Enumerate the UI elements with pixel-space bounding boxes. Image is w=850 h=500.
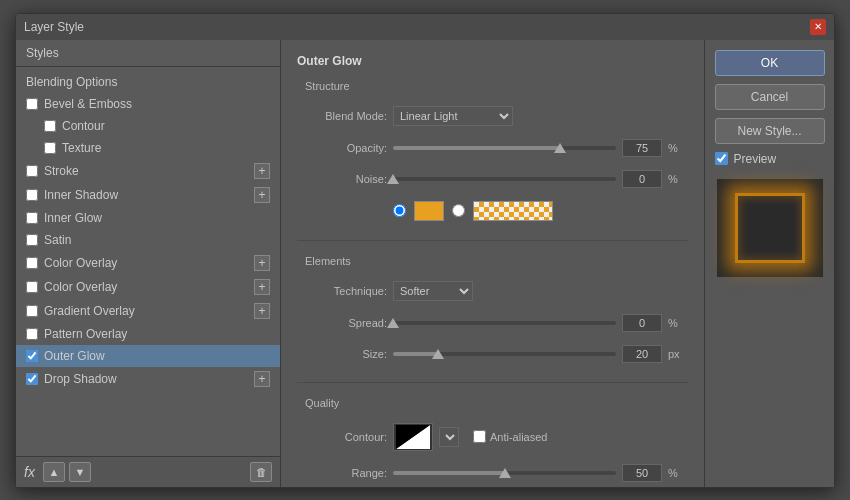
layer-list: Blending Options Bevel & Emboss Contour … [16,67,280,456]
sidebar-item-gradient-overlay[interactable]: Gradient Overlay + [16,299,280,323]
sidebar-item-satin[interactable]: Satin [16,229,280,251]
sidebar-item-color-overlay-2[interactable]: Color Overlay + [16,275,280,299]
texture-checkbox[interactable] [44,142,56,154]
noise-value-input[interactable] [622,170,662,188]
color-overlay-2-checkbox[interactable] [26,281,38,293]
bevel-emboss-checkbox[interactable] [26,98,38,110]
move-down-button[interactable]: ▼ [69,462,91,482]
sidebar-item-pattern-overlay[interactable]: Pattern Overlay [16,323,280,345]
sidebar-item-outer-glow[interactable]: Outer Glow [16,345,280,367]
opacity-value-input[interactable] [622,139,662,157]
spread-slider-thumb[interactable] [387,318,399,328]
anti-aliased-checkbox[interactable] [473,430,486,443]
noise-slider-container [393,172,616,186]
quality-title: Quality [305,397,688,409]
noise-slider-thumb[interactable] [387,174,399,184]
outer-glow-label: Outer Glow [44,349,270,363]
preview-checkbox-label[interactable]: Preview [715,152,825,166]
contour-preview[interactable] [393,423,433,451]
layer-style-dialog: Layer Style ✕ Styles Blending Options Be… [15,13,835,488]
solid-color-swatch[interactable] [414,201,444,221]
ok-button[interactable]: OK [715,50,825,76]
blending-options-label: Blending Options [26,75,270,89]
spread-label: Spread: [297,317,387,329]
contour-checkbox[interactable] [44,120,56,132]
color-overlay-2-label: Color Overlay [44,280,250,294]
dialog-title: Layer Style [24,20,84,34]
anti-aliased-label[interactable]: Anti-aliased [473,430,547,443]
gradient-overlay-add-button[interactable]: + [254,303,270,319]
spread-row: Spread: % [297,314,688,332]
preview-box [716,178,824,278]
range-slider-container [393,466,616,480]
technique-row: Technique: Softer Precise [297,281,688,301]
gradient-color-swatch[interactable] [473,201,553,221]
drop-shadow-checkbox[interactable] [26,373,38,385]
blend-mode-row: Blend Mode: Linear Light Normal Screen O… [297,106,688,126]
stroke-label: Stroke [44,164,250,178]
inner-glow-checkbox[interactable] [26,212,38,224]
color-overlay-1-checkbox[interactable] [26,257,38,269]
contour-select[interactable] [439,427,459,447]
sidebar-item-drop-shadow[interactable]: Drop Shadow + [16,367,280,391]
sidebar-item-bevel-emboss[interactable]: Bevel & Emboss [16,93,280,115]
gradient-overlay-checkbox[interactable] [26,305,38,317]
range-slider-thumb[interactable] [499,468,511,478]
outer-glow-checkbox[interactable] [26,350,38,362]
opacity-unit: % [668,142,688,154]
sidebar-item-inner-glow[interactable]: Inner Glow [16,207,280,229]
color-overlay-1-label: Color Overlay [44,256,250,270]
spread-slider-container [393,316,616,330]
dialog-body: Styles Blending Options Bevel & Emboss C… [16,40,834,487]
blend-mode-label: Blend Mode: [297,110,387,122]
inner-glow-label: Inner Glow [44,211,270,225]
new-style-button[interactable]: New Style... [715,118,825,144]
sidebar-item-contour[interactable]: Contour [16,115,280,137]
blend-mode-select[interactable]: Linear Light Normal Screen Overlay [393,106,513,126]
title-bar: Layer Style ✕ [16,14,834,40]
delete-button[interactable]: 🗑 [250,462,272,482]
pattern-overlay-checkbox[interactable] [26,328,38,340]
solid-color-radio[interactable] [393,204,406,217]
drop-shadow-add-button[interactable]: + [254,371,270,387]
spread-value-input[interactable] [622,314,662,332]
opacity-label: Opacity: [297,142,387,154]
stroke-checkbox[interactable] [26,165,38,177]
satin-checkbox[interactable] [26,234,38,246]
inner-shadow-add-button[interactable]: + [254,187,270,203]
sidebar-item-texture[interactable]: Texture [16,137,280,159]
color-swatch-row [297,201,688,221]
close-button[interactable]: ✕ [810,19,826,35]
sidebar-item-inner-shadow[interactable]: Inner Shadow + [16,183,280,207]
anti-aliased-text: Anti-aliased [490,431,547,443]
range-value-input[interactable] [622,464,662,482]
inner-shadow-checkbox[interactable] [26,189,38,201]
opacity-slider-thumb[interactable] [554,143,566,153]
size-row: Size: px [297,345,688,363]
sidebar-item-blending-options[interactable]: Blending Options [16,71,280,93]
size-value-input[interactable] [622,345,662,363]
color-overlay-1-add-button[interactable]: + [254,255,270,271]
stroke-add-button[interactable]: + [254,163,270,179]
opacity-row: Opacity: % [297,139,688,157]
size-slider-thumb[interactable] [432,349,444,359]
gradient-color-radio[interactable] [452,204,465,217]
preview-checkbox[interactable] [715,152,728,165]
cancel-button[interactable]: Cancel [715,84,825,110]
color-overlay-2-add-button[interactable]: + [254,279,270,295]
gradient-overlay-label: Gradient Overlay [44,304,250,318]
move-up-button[interactable]: ▲ [43,462,65,482]
preview-label: Preview [734,152,777,166]
sidebar-item-color-overlay-1[interactable]: Color Overlay + [16,251,280,275]
technique-select[interactable]: Softer Precise [393,281,473,301]
size-slider-track [393,352,616,356]
contour-label: Contour: [297,431,387,443]
contour-label: Contour [62,119,270,133]
divider-2 [297,382,688,383]
range-slider-fill [393,471,505,475]
contour-icon [396,425,430,449]
divider-1 [297,240,688,241]
texture-label: Texture [62,141,270,155]
sidebar-item-stroke[interactable]: Stroke + [16,159,280,183]
technique-label: Technique: [297,285,387,297]
